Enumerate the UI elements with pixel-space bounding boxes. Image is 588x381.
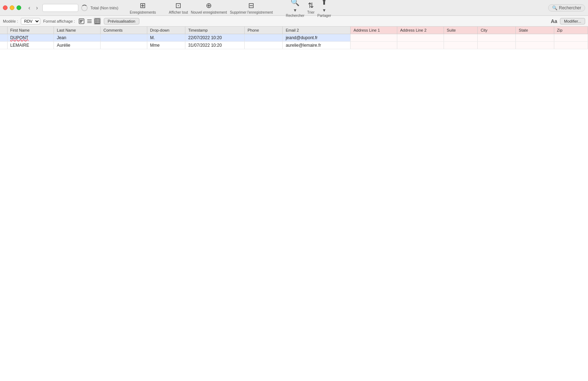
cell-address2[interactable] [397,42,444,49]
cell-first_name[interactable]: LEMAIRE [7,42,54,49]
rechercher-icon: 🔍 [291,0,300,6]
svg-rect-2 [80,21,82,22]
cell-state[interactable] [516,42,554,49]
cell-address1[interactable] [351,34,397,42]
toolbar-supprimer[interactable]: ⊟ Supprimer l'enregistrement [230,1,273,14]
th-first-name[interactable]: First Name [7,27,54,34]
toolbar-enregistrements[interactable]: ⊞ Enregistrements [130,1,156,14]
toolbar-nouvel-enregistrement[interactable]: ⊕ Nouvel enregistrement [191,1,227,14]
cell-suite[interactable] [444,34,477,42]
svg-rect-1 [80,20,83,20]
toolbar-partager[interactable]: ⬆ ▾ Partager [318,0,331,18]
quick-search-input[interactable] [45,6,76,10]
window-controls [3,5,21,10]
th-comments[interactable]: Comments [101,27,147,34]
search-right-bar[interactable]: 🔍 Rechercher [548,4,585,12]
search-right-icon: 🔍 [552,5,557,10]
model-select[interactable]: RDV [21,18,40,24]
preview-button[interactable]: Prévisualisation [104,18,139,24]
th-state[interactable]: State [516,27,554,34]
cell-last_name[interactable]: Aurélie [54,42,101,49]
rechercher-arrow: ▾ [294,7,296,13]
cell-address2[interactable] [397,34,444,42]
cell-timestamp[interactable]: 22/07/2022 10:20 [185,34,245,42]
minimize-button[interactable] [10,5,14,10]
th-phone[interactable]: Phone [245,27,283,34]
toolbar-trier[interactable]: ⇅ Trier [307,1,314,14]
format-table-icon[interactable] [94,18,101,25]
total-label: Total (Non triés) [91,6,119,10]
format-form-icon[interactable] [78,18,85,25]
supprimer-icon: ⊟ [248,1,254,10]
partager-icon: ⬆ [321,0,327,6]
nouvel-enregistrement-icon: ⊕ [206,1,212,10]
close-button[interactable] [3,5,8,10]
th-address2[interactable]: Address Line 2 [397,27,444,34]
trier-icon: ⇅ [308,1,314,10]
afficher-tout-icon: ⊡ [175,1,181,10]
text-size-icon[interactable]: Aa [551,18,557,24]
supprimer-label: Supprimer l'enregistrement [230,10,273,14]
titlebar: ‹ › Total (Non triés) ⊞ Enregistrements … [0,0,588,16]
table-header-row: First Name Last Name Comments Drop-down … [0,27,588,34]
nav-back-button[interactable]: ‹ [27,4,32,12]
cell-city[interactable] [478,42,516,49]
cell-dropdown[interactable]: Mme [147,42,185,49]
format-icons-group [78,18,101,25]
nav-forward-button[interactable]: › [34,4,39,12]
table-row[interactable]: LEMAIREAurélieMme31/07/2022 10:20aurelie… [0,42,588,49]
partager-arrow: ▾ [323,7,325,13]
table-container: First Name Last Name Comments Drop-down … [0,27,588,381]
cell-address1[interactable] [351,42,397,49]
enregistrements-icon: ⊞ [140,1,146,10]
cell-phone[interactable] [245,42,283,49]
fullscreen-button[interactable] [17,5,21,10]
cell-zip[interactable] [554,42,588,49]
th-suite[interactable]: Suite [444,27,477,34]
th-marker[interactable] [0,27,7,34]
search-right-label: Rechercher [559,5,581,10]
rechercher-label: Rechercher [286,14,305,18]
toolbar-rechercher[interactable]: 🔍 ▾ Rechercher [286,0,305,18]
cell-timestamp[interactable]: 31/07/2022 10:20 [185,42,245,49]
th-city[interactable]: City [478,27,516,34]
th-last-name[interactable]: Last Name [54,27,101,34]
cell-zip[interactable] [554,34,588,42]
th-address1[interactable]: Address Line 1 [351,27,397,34]
svg-rect-3 [80,22,82,23]
th-timestamp[interactable]: Timestamp [185,27,245,34]
toolbar-afficher-tout[interactable]: ⊡ Afficher tout [169,1,188,14]
th-email2[interactable]: Email 2 [283,27,351,34]
cell-last_name[interactable]: Jean [54,34,101,42]
cell-dropdown[interactable]: M. [147,34,185,42]
format-list-icon[interactable] [86,18,93,25]
afficher-tout-label: Afficher tout [169,10,188,14]
cell-first_name[interactable]: DUPONT [7,34,54,42]
model-label: Modèle : [3,19,18,23]
cell-city[interactable] [478,34,516,42]
table-row[interactable]: DUPONTJeanM.22/07/2022 10:20jeand@dupont… [0,34,588,42]
records-table: First Name Last Name Comments Drop-down … [0,27,588,49]
cell-comments[interactable] [101,42,147,49]
modifier-button[interactable]: Modifier... [560,18,585,24]
cell-email2[interactable]: aurelie@lemaire.fr [283,42,351,49]
enregistrements-label: Enregistrements [130,10,156,14]
trier-label: Trier [307,10,314,14]
cell-state[interactable] [516,34,554,42]
format-label: Format affichage : [43,19,75,23]
cell-comments[interactable] [101,34,147,42]
cell-marker[interactable] [0,34,7,42]
nouvel-enregistrement-label: Nouvel enregistrement [191,10,227,14]
partager-label: Partager [318,14,331,18]
cell-suite[interactable] [444,42,477,49]
cell-marker[interactable] [0,42,7,49]
th-dropdown[interactable]: Drop-down [147,27,185,34]
loading-spinner [81,5,88,11]
th-zip[interactable]: Zip [554,27,588,34]
cell-email2[interactable]: jeand@dupont.fr [283,34,351,42]
cell-phone[interactable] [245,34,283,42]
quick-search-bar [42,4,78,12]
